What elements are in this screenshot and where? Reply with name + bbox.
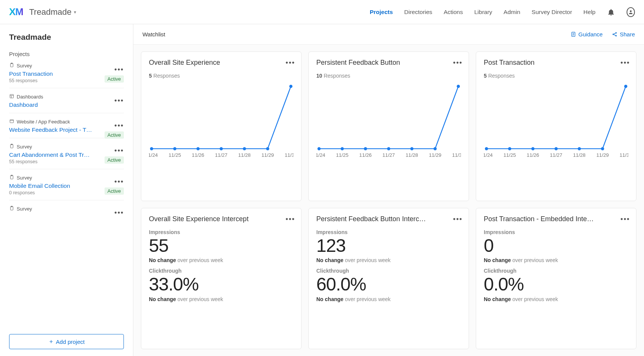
chart-tick-label: 11/30 — [284, 152, 294, 158]
top-bar-left: XM Treadmade ▾ — [9, 6, 76, 18]
more-icon[interactable]: ••• — [621, 215, 630, 223]
project-kind-label: Survey — [17, 63, 32, 69]
more-icon[interactable]: ••• — [453, 215, 463, 223]
clickthrough-value: 33.0% — [149, 275, 294, 295]
more-icon[interactable]: ••• — [114, 209, 124, 217]
chart-line — [486, 86, 626, 149]
share-icon — [612, 31, 617, 37]
line-chart: 11/2411/2511/2611/2711/2811/2911/30 — [316, 82, 461, 159]
card-responses: 10 Responses — [316, 73, 461, 79]
chart-point — [485, 147, 488, 150]
sidebar-item[interactable]: Website / App Feedback Website Feedback … — [9, 119, 124, 133]
more-icon[interactable]: ••• — [114, 66, 124, 73]
clickthrough-change: No change over previous week — [316, 296, 461, 302]
line-chart: 11/2411/2511/2611/2711/2811/2911/30 — [149, 82, 294, 159]
clipboard-icon — [9, 206, 14, 212]
sidebar-item[interactable]: Survey Cart Abandonment & Post Tr… 55 re… — [9, 144, 124, 164]
more-icon[interactable]: ••• — [114, 122, 124, 130]
chart-point — [531, 147, 535, 150]
page-title: Watchlist — [142, 31, 165, 37]
sidebar: Treadmade Projects Survey Post Transacti… — [0, 24, 133, 356]
chart-tick-label: 11/26 — [359, 152, 372, 158]
project-title[interactable]: Dashboard — [9, 101, 96, 108]
more-icon[interactable]: ••• — [286, 59, 295, 67]
watchlist-chart-card: Post Transaction ••• 5 Responses 11/2411… — [476, 52, 636, 201]
bell-icon[interactable] — [607, 8, 615, 16]
impressions-section: Impressions 55 No change over previous w… — [149, 229, 294, 264]
clickthrough-label: Clickthrough — [149, 268, 294, 274]
chart-tick-label: 11/27 — [215, 152, 228, 158]
nav-directories[interactable]: Directories — [404, 9, 432, 16]
svg-point-13 — [616, 33, 617, 34]
card-title: Post Transaction - Embedded Inte… — [484, 215, 628, 223]
project-title[interactable]: Mobile Email Collection — [9, 183, 96, 189]
project-title[interactable]: Post Transaction — [9, 70, 96, 77]
chart-point — [289, 85, 292, 88]
chart-point — [387, 147, 390, 150]
chart-tick-label: 11/27 — [383, 152, 395, 158]
chart-tick-label: 11/24 — [316, 152, 325, 158]
brand-switcher[interactable]: Treadmade ▾ — [29, 7, 76, 17]
top-bar-right: Projects Directories Actions Library Adm… — [370, 8, 635, 16]
avatar-icon[interactable] — [627, 8, 635, 16]
clickthrough-section: Clickthrough 33.0% No change over previo… — [149, 268, 294, 302]
more-icon[interactable]: ••• — [114, 97, 124, 105]
sidebar-item[interactable]: Survey Mobile Email Collection 0 respons… — [9, 175, 124, 195]
sidebar-item[interactable]: Survey Post Transaction 55 responses •••… — [9, 62, 124, 83]
card-title: Overall Site Experience Intercept — [149, 215, 294, 223]
card-title: Persistent Feedback Button — [316, 59, 461, 67]
nav-help[interactable]: Help — [583, 9, 596, 16]
sidebar-item[interactable]: Dashboards Dashboard ••• — [9, 94, 124, 108]
share-label: Share — [620, 31, 635, 37]
chart-point — [508, 147, 511, 150]
chart-tick-label: 11/25 — [169, 152, 181, 158]
chart-point — [578, 147, 581, 150]
project-kind-label: Survey — [17, 206, 32, 212]
project-title[interactable]: Website Feedback Project - T… — [9, 126, 96, 133]
clickthrough-value: 0.0% — [484, 275, 628, 295]
top-bar: XM Treadmade ▾ Projects Directories Acti… — [0, 0, 644, 24]
impressions-change: No change over previous week — [316, 257, 461, 263]
more-icon[interactable]: ••• — [286, 215, 295, 223]
chart-point — [197, 147, 200, 150]
chart-line — [319, 86, 458, 149]
chart-point — [173, 147, 176, 150]
status-badge: Active — [105, 187, 124, 195]
project-title[interactable]: Cart Abandonment & Post Tr… — [9, 151, 96, 158]
impressions-label: Impressions — [316, 229, 461, 235]
nav-actions[interactable]: Actions — [444, 9, 463, 16]
chart-tick-label: 11/30 — [452, 152, 461, 158]
more-icon[interactable]: ••• — [114, 178, 124, 186]
card-title: Post Transaction — [484, 59, 628, 67]
chart-point — [220, 147, 223, 150]
main-header: Watchlist Guidance Share — [133, 24, 644, 45]
impressions-change: No change over previous week — [149, 257, 294, 263]
more-icon[interactable]: ••• — [114, 147, 124, 155]
guidance-button[interactable]: Guidance — [571, 31, 603, 37]
nav-admin[interactable]: Admin — [503, 9, 520, 16]
clickthrough-label: Clickthrough — [316, 268, 461, 274]
guidance-label: Guidance — [578, 31, 603, 37]
chart-tick-label: 11/28 — [238, 152, 251, 158]
project-kind: Survey — [9, 175, 103, 181]
clickthrough-change: No change over previous week — [149, 296, 294, 302]
chart-point — [457, 85, 460, 88]
share-button[interactable]: Share — [612, 31, 635, 37]
sidebar-subtitle: Projects — [9, 51, 124, 57]
line-chart: 11/2411/2511/2611/2711/2811/2911/30 — [484, 82, 628, 159]
more-icon[interactable]: ••• — [621, 59, 630, 67]
chart-line — [152, 86, 291, 149]
nav-library[interactable]: Library — [474, 9, 492, 16]
sidebar-item[interactable]: Survey ••• — [9, 206, 124, 212]
impressions-value: 0 — [484, 236, 628, 256]
chevron-down-icon: ▾ — [74, 9, 76, 15]
clickthrough-section: Clickthrough 0.0% No change over previou… — [484, 268, 628, 302]
sidebar-title: Treadmade — [9, 33, 124, 42]
nav-projects[interactable]: Projects — [370, 9, 393, 16]
more-icon[interactable]: ••• — [453, 59, 463, 67]
chart-point — [624, 85, 627, 88]
project-subtitle: 55 responses — [9, 78, 103, 83]
nav-survey-director[interactable]: Survey Director — [531, 9, 572, 16]
impressions-change: No change over previous week — [484, 257, 628, 263]
add-project-button[interactable]: Add project — [9, 334, 124, 349]
